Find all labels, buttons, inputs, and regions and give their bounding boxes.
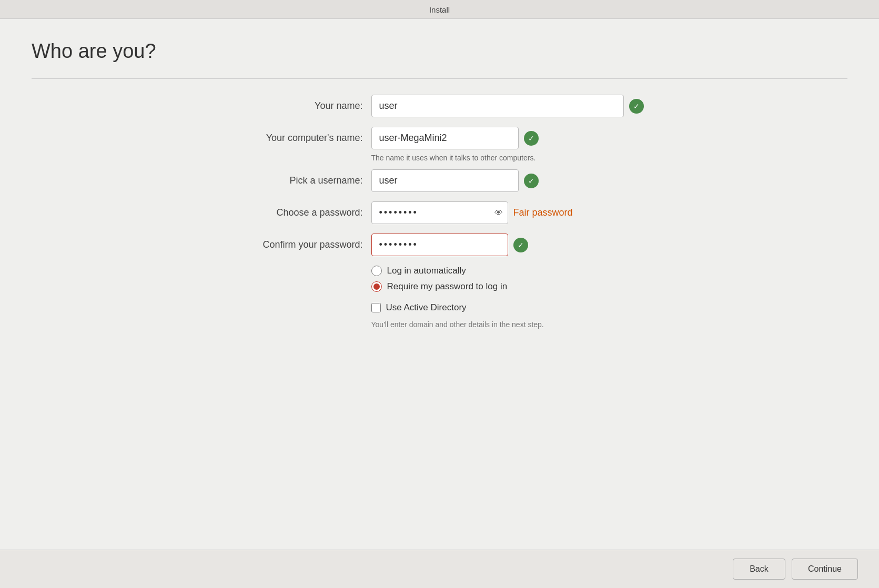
log-in-auto-row: Log in automatically — [371, 266, 676, 276]
check-mark-3: ✓ — [528, 177, 534, 185]
install-window: Install Who are you? Your name: ✓ Your c… — [0, 0, 879, 588]
check-mark-4: ✓ — [518, 241, 524, 249]
computer-name-check-icon: ✓ — [524, 131, 539, 146]
active-directory-section: Use Active Directory — [371, 302, 676, 316]
continue-button[interactable]: Continue — [792, 559, 858, 580]
password-input[interactable] — [371, 201, 508, 224]
password-label: Choose a password: — [203, 207, 371, 218]
active-directory-row: Use Active Directory — [371, 302, 676, 313]
your-name-input-wrapper: ✓ — [371, 95, 676, 117]
computer-name-row: Your computer's name: ✓ — [203, 127, 676, 149]
page-title: Who are you? — [32, 40, 847, 63]
username-label: Pick a username: — [203, 175, 371, 186]
divider — [32, 78, 847, 79]
show-password-button[interactable]: 👁 — [494, 208, 503, 218]
require-password-radio[interactable] — [371, 281, 382, 292]
back-button[interactable]: Back — [733, 559, 785, 580]
check-mark: ✓ — [633, 102, 640, 110]
username-input-wrapper: ✓ — [371, 169, 676, 192]
login-options-section: Log in automatically Require my password… — [371, 266, 676, 297]
confirm-password-check-icon: ✓ — [513, 238, 528, 252]
bottom-bar: Back Continue — [0, 550, 879, 588]
check-mark-2: ✓ — [528, 134, 534, 143]
password-input-wrapper: 👁 Fair password — [371, 201, 676, 224]
password-strength-label: Fair password — [513, 207, 573, 218]
form-container: Your name: ✓ Your computer's name: ✓ — [203, 95, 676, 329]
your-name-check-icon: ✓ — [629, 99, 644, 114]
confirm-password-label: Confirm your password: — [203, 239, 371, 250]
content-area: Who are you? Your name: ✓ Your computer'… — [0, 19, 879, 550]
computer-name-label: Your computer's name: — [203, 133, 371, 144]
log-in-auto-radio[interactable] — [371, 266, 382, 276]
active-directory-label: Use Active Directory — [386, 302, 467, 313]
active-directory-checkbox[interactable] — [371, 303, 381, 312]
computer-name-input-wrapper: ✓ — [371, 127, 676, 149]
computer-name-hint: The name it uses when it talks to other … — [371, 154, 676, 162]
password-row: Choose a password: 👁 Fair password — [203, 201, 676, 224]
computer-name-input[interactable] — [371, 127, 519, 149]
title-bar: Install — [0, 0, 879, 19]
your-name-row: Your name: ✓ — [203, 95, 676, 117]
your-name-input[interactable] — [371, 95, 624, 117]
require-password-row: Require my password to log in — [371, 281, 676, 292]
confirm-password-row: Confirm your password: ✓ — [203, 234, 676, 256]
log-in-auto-label: Log in automatically — [387, 266, 466, 276]
confirm-password-input-wrapper: ✓ — [371, 234, 676, 256]
password-field-wrapper: 👁 — [371, 201, 508, 224]
your-name-label: Your name: — [203, 100, 371, 111]
require-password-label: Require my password to log in — [387, 281, 508, 292]
confirm-password-input[interactable] — [371, 234, 508, 256]
username-input[interactable] — [371, 169, 519, 192]
username-check-icon: ✓ — [524, 174, 539, 188]
username-row: Pick a username: ✓ — [203, 169, 676, 192]
window-title: Install — [429, 5, 450, 14]
active-directory-hint: You'll enter domain and other details in… — [371, 320, 676, 329]
